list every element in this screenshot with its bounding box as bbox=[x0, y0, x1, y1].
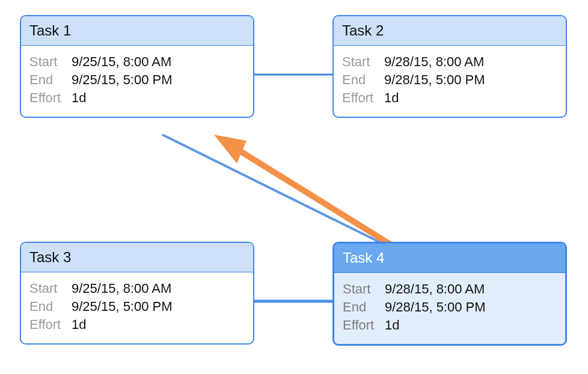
task-body: Start 9/28/15, 8:00 AM End 9/28/15, 5:00… bbox=[334, 46, 566, 117]
task-title: Task 2 bbox=[334, 16, 566, 46]
task-row-start: Start 9/25/15, 8:00 AM bbox=[29, 281, 245, 296]
svg-line-0 bbox=[227, 143, 394, 247]
field-label-start: Start bbox=[29, 281, 72, 296]
task-body: Start 9/25/15, 8:00 AM End 9/25/15, 5:00… bbox=[21, 46, 253, 117]
field-value-effort: 1d bbox=[385, 317, 399, 333]
field-value-end: 9/28/15, 5:00 PM bbox=[384, 72, 485, 88]
field-label-end: End bbox=[343, 299, 385, 315]
task-row-effort: Effort 1d bbox=[342, 90, 557, 106]
task-row-end: End 9/28/15, 5:00 PM bbox=[342, 72, 557, 88]
task-row-start: Start 9/28/15, 8:00 AM bbox=[343, 281, 557, 297]
drag-dependency-arrow bbox=[214, 135, 394, 247]
connector-task4-task1-diagonal bbox=[162, 135, 380, 242]
task-row-effort: Effort 1d bbox=[343, 317, 557, 333]
task-body: Start 9/28/15, 8:00 AM End 9/28/15, 5:00… bbox=[334, 273, 565, 344]
task-row-end: End 9/28/15, 5:00 PM bbox=[343, 299, 557, 315]
field-value-effort: 1d bbox=[72, 317, 86, 333]
field-label-effort: Effort bbox=[343, 317, 385, 333]
field-value-start: 9/28/15, 8:00 AM bbox=[384, 54, 484, 70]
field-value-start: 9/25/15, 8:00 AM bbox=[72, 54, 171, 70]
field-value-end: 9/28/15, 5:00 PM bbox=[385, 299, 486, 315]
task-row-end: End 9/25/15, 5:00 PM bbox=[29, 72, 245, 88]
task-row-effort: Effort 1d bbox=[29, 90, 245, 106]
task-body: Start 9/25/15, 8:00 AM End 9/25/15, 5:00… bbox=[21, 272, 253, 343]
field-label-end: End bbox=[29, 72, 72, 88]
task-card-1[interactable]: Task 1 Start 9/25/15, 8:00 AM End 9/25/1… bbox=[20, 15, 254, 118]
task-card-4[interactable]: Task 4 Start 9/28/15, 8:00 AM End 9/28/1… bbox=[332, 242, 567, 346]
task-card-3[interactable]: Task 3 Start 9/25/15, 8:00 AM End 9/25/1… bbox=[20, 242, 254, 345]
field-label-effort: Effort bbox=[342, 90, 384, 106]
field-label-end: End bbox=[342, 72, 384, 88]
field-label-start: Start bbox=[29, 54, 72, 70]
task-row-effort: Effort 1d bbox=[29, 317, 245, 333]
field-value-effort: 1d bbox=[384, 90, 399, 106]
task-card-2[interactable]: Task 2 Start 9/28/15, 8:00 AM End 9/28/1… bbox=[332, 15, 567, 118]
task-title: Task 4 bbox=[334, 244, 565, 273]
task-title: Task 1 bbox=[21, 16, 253, 46]
field-value-end: 9/25/15, 5:00 PM bbox=[72, 299, 173, 314]
field-value-end: 9/25/15, 5:00 PM bbox=[72, 72, 173, 88]
task-row-end: End 9/25/15, 5:00 PM bbox=[29, 299, 245, 314]
field-value-start: 9/25/15, 8:00 AM bbox=[72, 281, 171, 296]
field-value-effort: 1d bbox=[72, 90, 86, 106]
task-row-start: Start 9/25/15, 8:00 AM bbox=[29, 54, 245, 70]
field-label-start: Start bbox=[342, 54, 384, 70]
task-title: Task 3 bbox=[21, 243, 253, 272]
svg-marker-1 bbox=[214, 135, 247, 164]
field-label-effort: Effort bbox=[29, 90, 72, 106]
field-label-start: Start bbox=[343, 281, 385, 297]
task-row-start: Start 9/28/15, 8:00 AM bbox=[342, 54, 557, 70]
field-label-end: End bbox=[29, 299, 72, 314]
field-value-start: 9/28/15, 8:00 AM bbox=[385, 281, 485, 297]
field-label-effort: Effort bbox=[29, 317, 72, 333]
